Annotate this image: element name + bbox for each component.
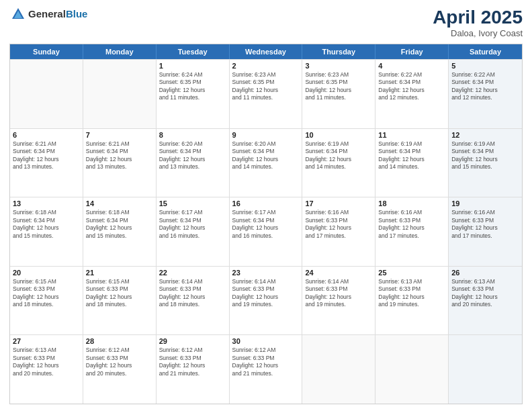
day-number: 25	[378, 269, 445, 277]
header-day-wednesday: Wednesday	[230, 44, 303, 59]
calendar-header-row: SundayMondayTuesdayWednesdayThursdayFrid…	[10, 44, 522, 59]
cell-info-line: Daylight: 12 hours	[232, 224, 300, 232]
header-day-tuesday: Tuesday	[157, 44, 230, 59]
day-number: 17	[305, 199, 372, 208]
cell-info-line: Daylight: 12 hours	[159, 87, 226, 94]
calendar-cell: 12Sunrise: 6:19 AMSunset: 6:34 PMDayligh…	[449, 129, 522, 197]
cell-info-line: and 13 minutes.	[13, 163, 80, 171]
cell-info-line: and 16 minutes.	[232, 232, 300, 240]
cell-info-line: Sunrise: 6:22 AM	[378, 71, 445, 79]
cell-info-line: Daylight: 12 hours	[232, 362, 300, 369]
cell-info-line: Sunset: 6:33 PM	[232, 285, 300, 293]
cell-info-line: and 21 minutes.	[159, 370, 226, 377]
calendar-cell: 3Sunrise: 6:23 AMSunset: 6:35 PMDaylight…	[302, 60, 375, 128]
cell-info-line: Sunset: 6:33 PM	[305, 217, 372, 224]
cell-info-line: Sunrise: 6:13 AM	[13, 347, 80, 354]
page: GeneralBlue April 2025 Daloa, Ivory Coas…	[0, 0, 532, 411]
day-number: 5	[451, 62, 519, 70]
cell-info-line: and 12 minutes.	[378, 94, 445, 101]
cell-info-line: Daylight: 12 hours	[451, 293, 519, 301]
calendar-cell: 15Sunrise: 6:17 AMSunset: 6:34 PMDayligh…	[157, 197, 230, 266]
cell-info-line: and 19 minutes.	[378, 301, 445, 308]
cell-info-line: Sunset: 6:33 PM	[13, 285, 80, 293]
header: GeneralBlue April 2025 Daloa, Ivory Coas…	[9, 7, 523, 38]
cell-info-line: and 16 minutes.	[159, 232, 226, 240]
cell-info-line: and 19 minutes.	[305, 301, 372, 308]
calendar-cell: 10Sunrise: 6:19 AMSunset: 6:34 PMDayligh…	[302, 129, 375, 197]
cell-info-line: Sunrise: 6:12 AM	[86, 347, 153, 354]
calendar-cell: 6Sunrise: 6:21 AMSunset: 6:34 PMDaylight…	[10, 129, 83, 197]
cell-info-line: Sunrise: 6:23 AM	[305, 71, 372, 79]
cell-info-line: Daylight: 12 hours	[232, 156, 300, 163]
cell-info-line: and 17 minutes.	[378, 232, 445, 240]
cell-info-line: and 18 minutes.	[159, 301, 226, 308]
cell-info-line: Daylight: 12 hours	[13, 156, 80, 163]
cell-info-line: Sunrise: 6:17 AM	[232, 209, 300, 216]
calendar-cell	[375, 335, 449, 404]
cell-info-line: Sunset: 6:33 PM	[86, 285, 153, 293]
cell-info-line: Daylight: 12 hours	[86, 362, 153, 369]
cell-info-line: Sunrise: 6:12 AM	[232, 347, 300, 354]
day-number: 3	[305, 62, 372, 70]
day-number: 13	[13, 199, 80, 208]
cell-info-line: and 11 minutes.	[232, 94, 300, 101]
calendar-title: April 2025	[433, 7, 523, 28]
calendar-cell: 22Sunrise: 6:14 AMSunset: 6:33 PMDayligh…	[157, 267, 230, 335]
cell-info-line: and 17 minutes.	[451, 232, 519, 240]
cell-info-line: and 15 minutes.	[86, 232, 153, 240]
day-number: 14	[86, 199, 153, 208]
calendar-cell: 24Sunrise: 6:14 AMSunset: 6:33 PMDayligh…	[302, 267, 375, 335]
calendar-cell: 25Sunrise: 6:13 AMSunset: 6:33 PMDayligh…	[375, 267, 449, 335]
cell-info-line: Sunset: 6:33 PM	[451, 285, 519, 293]
cell-info-line: Sunrise: 6:13 AM	[451, 278, 519, 285]
cell-info-line: and 15 minutes.	[13, 232, 80, 240]
day-number: 1	[159, 62, 226, 70]
cell-info-line: Sunrise: 6:18 AM	[86, 209, 153, 216]
cell-info-line: and 13 minutes.	[86, 163, 153, 171]
cell-info-line: Sunset: 6:34 PM	[305, 148, 372, 155]
cell-info-line: Daylight: 12 hours	[232, 293, 300, 301]
calendar-cell: 11Sunrise: 6:19 AMSunset: 6:34 PMDayligh…	[375, 129, 449, 197]
day-number: 16	[232, 199, 300, 208]
calendar-body: 1Sunrise: 6:24 AMSunset: 6:35 PMDaylight…	[10, 59, 522, 404]
calendar-cell: 20Sunrise: 6:15 AMSunset: 6:33 PMDayligh…	[10, 267, 83, 335]
cell-info-line: and 20 minutes.	[13, 370, 80, 377]
cell-info-line: and 20 minutes.	[451, 301, 519, 308]
calendar-cell: 16Sunrise: 6:17 AMSunset: 6:34 PMDayligh…	[230, 197, 303, 266]
day-number: 23	[232, 269, 300, 277]
cell-info-line: Sunrise: 6:17 AM	[159, 209, 226, 216]
cell-info-line: and 15 minutes.	[451, 163, 519, 171]
day-number: 10	[305, 131, 372, 139]
week-row-2: 6Sunrise: 6:21 AMSunset: 6:34 PMDaylight…	[10, 128, 522, 197]
calendar-cell: 9Sunrise: 6:20 AMSunset: 6:34 PMDaylight…	[230, 129, 303, 197]
calendar-cell: 18Sunrise: 6:16 AMSunset: 6:33 PMDayligh…	[375, 197, 449, 266]
calendar-cell	[83, 60, 157, 128]
day-number: 8	[159, 131, 226, 139]
cell-info-line: Sunset: 6:34 PM	[86, 148, 153, 155]
cell-info-line: Sunrise: 6:15 AM	[86, 278, 153, 285]
cell-info-line: and 12 minutes.	[451, 94, 519, 101]
cell-info-line: Sunrise: 6:19 AM	[305, 140, 372, 148]
day-number: 27	[13, 337, 80, 345]
cell-info-line: Sunset: 6:33 PM	[305, 285, 372, 293]
logo: GeneralBlue	[9, 7, 87, 21]
cell-info-line: Sunset: 6:33 PM	[13, 355, 80, 362]
cell-info-line: Daylight: 12 hours	[159, 362, 226, 369]
cell-info-line: Daylight: 12 hours	[305, 293, 372, 301]
calendar-cell: 7Sunrise: 6:21 AMSunset: 6:34 PMDaylight…	[83, 129, 157, 197]
calendar-cell: 4Sunrise: 6:22 AMSunset: 6:34 PMDaylight…	[375, 60, 449, 128]
day-number: 12	[451, 131, 519, 139]
logo-general-text: General	[28, 8, 66, 19]
calendar: SundayMondayTuesdayWednesdayThursdayFrid…	[9, 44, 523, 404]
cell-info-line: Sunset: 6:33 PM	[86, 355, 153, 362]
logo-icon	[11, 7, 26, 21]
day-number: 2	[232, 62, 300, 70]
cell-info-line: Sunset: 6:34 PM	[451, 148, 519, 155]
day-number: 11	[378, 131, 445, 139]
cell-info-line: Daylight: 12 hours	[232, 87, 300, 94]
calendar-cell: 19Sunrise: 6:16 AMSunset: 6:33 PMDayligh…	[449, 197, 522, 266]
cell-info-line: Sunset: 6:33 PM	[378, 285, 445, 293]
week-row-1: 1Sunrise: 6:24 AMSunset: 6:35 PMDaylight…	[10, 59, 522, 128]
calendar-cell: 5Sunrise: 6:22 AMSunset: 6:34 PMDaylight…	[449, 60, 522, 128]
cell-info-line: Daylight: 12 hours	[305, 224, 372, 232]
